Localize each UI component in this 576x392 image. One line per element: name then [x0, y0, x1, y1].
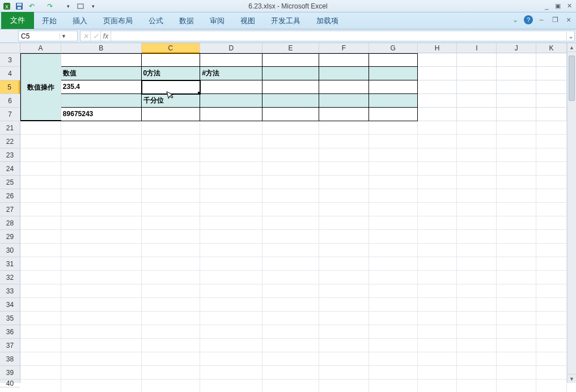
cell[interactable] — [536, 176, 567, 189]
cell[interactable] — [457, 271, 497, 284]
col-header-A[interactable]: A — [20, 43, 61, 53]
cell[interactable] — [319, 162, 369, 176]
cell[interactable] — [200, 312, 262, 325]
cell[interactable] — [369, 53, 418, 67]
cell[interactable] — [457, 257, 497, 271]
cell[interactable] — [319, 216, 369, 230]
cell-D4[interactable]: #方法 — [200, 67, 262, 80]
cell[interactable] — [61, 216, 142, 230]
scroll-down-icon[interactable]: ▼ — [567, 374, 576, 383]
vertical-scrollbar[interactable]: ▲ ▼ — [567, 43, 576, 383]
cell[interactable] — [457, 216, 497, 230]
cell[interactable] — [369, 67, 418, 80]
cell[interactable] — [61, 53, 142, 67]
cell[interactable] — [262, 257, 319, 271]
cell[interactable] — [20, 189, 61, 203]
cell[interactable] — [497, 230, 536, 244]
cell[interactable] — [418, 121, 458, 135]
cell[interactable] — [262, 135, 319, 148]
cell[interactable] — [497, 94, 536, 108]
cell[interactable] — [369, 366, 418, 380]
cell[interactable] — [262, 325, 319, 339]
cell[interactable] — [369, 203, 418, 216]
cell[interactable] — [369, 176, 418, 189]
cell[interactable] — [200, 284, 262, 298]
cell[interactable] — [497, 284, 536, 298]
cell[interactable] — [497, 53, 536, 67]
cell[interactable] — [142, 216, 201, 230]
cell-C5-selected[interactable] — [142, 80, 201, 94]
maximize-button[interactable]: ▣ — [553, 2, 562, 10]
cell[interactable] — [200, 94, 262, 108]
cell[interactable] — [61, 271, 142, 284]
cell[interactable] — [369, 135, 418, 148]
formula-input[interactable] — [111, 32, 566, 40]
col-header-J[interactable]: J — [497, 43, 536, 53]
cell[interactable] — [418, 189, 458, 203]
cell[interactable] — [497, 121, 536, 135]
cell[interactable] — [457, 298, 497, 312]
cell[interactable] — [262, 189, 319, 203]
row-header[interactable]: 36 — [0, 325, 20, 339]
cell[interactable] — [319, 230, 369, 244]
cell[interactable] — [262, 298, 319, 312]
cell-A3-merged[interactable]: 数值操作 — [20, 53, 61, 121]
cell[interactable] — [457, 67, 497, 80]
cell[interactable] — [262, 230, 319, 244]
excel-icon[interactable]: X — [2, 1, 12, 11]
row-header[interactable]: 27 — [0, 203, 20, 216]
row-header[interactable]: 25 — [0, 176, 20, 189]
cell[interactable] — [200, 244, 262, 257]
cell[interactable] — [457, 189, 497, 203]
cell[interactable] — [142, 135, 201, 148]
cell[interactable] — [319, 189, 369, 203]
cell[interactable] — [536, 230, 567, 244]
cell[interactable] — [457, 108, 497, 121]
col-header-G[interactable]: G — [369, 43, 418, 53]
cell[interactable] — [497, 257, 536, 271]
undo-icon[interactable]: ↶ — [27, 1, 37, 11]
cell[interactable] — [200, 352, 262, 366]
cell[interactable] — [61, 298, 142, 312]
cell[interactable] — [418, 135, 458, 148]
cell[interactable] — [369, 325, 418, 339]
cell[interactable] — [61, 176, 142, 189]
cell[interactable] — [319, 80, 369, 94]
cell[interactable] — [418, 339, 458, 352]
cell[interactable] — [319, 121, 369, 135]
tab-data[interactable]: 数据 — [171, 12, 202, 29]
row-header[interactable]: 29 — [0, 230, 20, 244]
cell-B7[interactable]: 89675243 — [61, 108, 142, 121]
qat-dropdown-icon[interactable]: ▾ — [88, 1, 98, 11]
cell[interactable] — [200, 203, 262, 216]
cell[interactable] — [369, 298, 418, 312]
cell[interactable] — [319, 94, 369, 108]
cell[interactable] — [369, 94, 418, 108]
cell[interactable] — [262, 216, 319, 230]
cell[interactable] — [142, 312, 201, 325]
cell[interactable] — [536, 352, 567, 366]
cell[interactable] — [200, 380, 262, 392]
cell[interactable] — [20, 148, 61, 162]
cell[interactable] — [142, 352, 201, 366]
tab-formulas[interactable]: 公式 — [141, 12, 171, 29]
cell[interactable] — [142, 339, 201, 352]
cell[interactable] — [20, 257, 61, 271]
cell[interactable] — [536, 203, 567, 216]
cell[interactable] — [319, 325, 369, 339]
cell[interactable] — [319, 148, 369, 162]
cell[interactable] — [61, 94, 142, 108]
cell[interactable] — [497, 162, 536, 176]
cell[interactable] — [418, 380, 458, 392]
cell[interactable] — [20, 121, 61, 135]
cells-area[interactable]: 数值操作 数值 0方法 #方法 — [20, 53, 567, 383]
cell[interactable] — [200, 325, 262, 339]
cell[interactable] — [20, 339, 61, 352]
cell[interactable] — [418, 325, 458, 339]
name-box[interactable]: ▼ — [18, 31, 78, 41]
col-header-F[interactable]: F — [319, 43, 369, 53]
cell[interactable] — [536, 339, 567, 352]
cell[interactable] — [319, 108, 369, 121]
tab-file[interactable]: 文件 — [1, 12, 34, 29]
cell[interactable] — [497, 325, 536, 339]
